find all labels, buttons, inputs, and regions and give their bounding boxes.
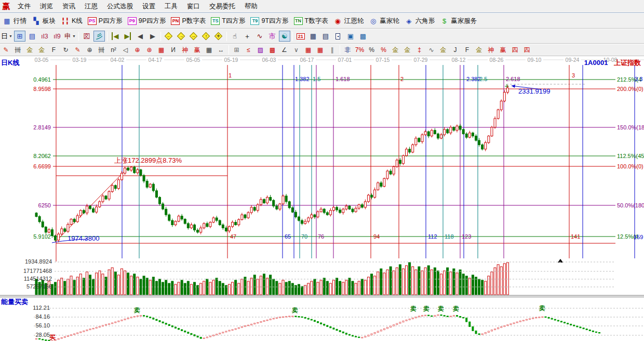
publish-button[interactable]: ▩: [357, 31, 369, 42]
angle-line-tool[interactable]: ∠: [279, 45, 290, 55]
pen-tool[interactable]: ✎: [1, 45, 11, 55]
shen-angle-tool[interactable]: 神: [486, 45, 497, 55]
period-day-button[interactable]: 日▼: [1, 31, 13, 42]
pattern-grid-button[interactable]: 図: [81, 31, 92, 42]
menu-item-8[interactable]: 交易委托: [205, 1, 240, 12]
gold-grid2-tool[interactable]: 金: [36, 45, 47, 55]
gold-circle-tool[interactable]: 金: [390, 45, 401, 55]
notebook-button[interactable]: ▤: [320, 31, 331, 42]
zoom-window-button[interactable]: ⊞: [14, 31, 25, 42]
menu-item-7[interactable]: 窗口: [182, 1, 205, 12]
brush2-tool[interactable]: ‡: [414, 45, 425, 55]
spiral-grid-tool[interactable]: ↻: [60, 45, 71, 55]
gold-grid-tool[interactable]: 金: [24, 45, 35, 55]
menu-item-3[interactable]: 江恩: [80, 1, 102, 12]
t-number-table-button[interactable]: TNT数字表: [291, 16, 331, 27]
gold-angle2-tool[interactable]: 金: [474, 45, 485, 55]
diamond-vertical-button[interactable]: ↕: [200, 31, 212, 42]
fan-box2-tool[interactable]: ▩: [267, 45, 278, 55]
f-angle-tool[interactable]: F: [462, 45, 473, 55]
ruler-123-tool[interactable]: ▦: [204, 45, 214, 55]
zigzag-tool[interactable]: ∨: [291, 45, 302, 55]
fan-red-tool[interactable]: ≤: [243, 45, 254, 55]
star-grid-tool[interactable]: ▦: [156, 45, 167, 55]
info-list-button[interactable]: ▤: [26, 31, 38, 42]
menu-item-5[interactable]: 设置: [138, 1, 160, 12]
si-angle2-tool[interactable]: 四: [521, 45, 532, 55]
n2-grid-tool[interactable]: n²: [108, 45, 119, 55]
p-number-table-button[interactable]: PNP数字表: [168, 16, 208, 27]
web-sync-button[interactable]: ▣: [345, 31, 356, 42]
gann-wheel-button[interactable]: ◉江恩轮: [331, 16, 367, 27]
fan-box-tool[interactable]: ▨: [255, 45, 266, 55]
diamond-left-button[interactable]: ←: [163, 31, 175, 42]
shen-grid-tool[interactable]: 神: [180, 45, 191, 55]
ying-grid-tool[interactable]: 赢: [192, 45, 203, 55]
j-angle-tool[interactable]: J: [450, 45, 461, 55]
brush-rule-tool[interactable]: ✎: [72, 45, 83, 55]
menu-item-4[interactable]: 公式选股: [102, 1, 138, 12]
measure-line-button[interactable]: ∿: [254, 31, 265, 42]
angle-flag-tool[interactable]: ◁: [120, 45, 131, 55]
go-first-button[interactable]: ◀: [110, 31, 121, 42]
tick-grid-tool[interactable]: 卌: [12, 45, 23, 55]
gold-angle-tool[interactable]: 金: [438, 45, 449, 55]
quotes-button[interactable]: ▦行情: [0, 16, 29, 27]
box-tool[interactable]: ⊞: [231, 45, 242, 55]
calendar-button[interactable]: 21: [295, 31, 306, 42]
menu-item-2[interactable]: 资讯: [58, 1, 80, 12]
winner-service-button[interactable]: $赢家服务: [437, 16, 479, 27]
span-tool[interactable]: ↔: [216, 45, 226, 55]
crosshair-button[interactable]: ＋: [242, 31, 253, 42]
wave-lines-tool[interactable]: ∿: [426, 45, 437, 55]
kline-icon: ╏╏: [61, 17, 70, 25]
tick2-tool[interactable]: 卌: [96, 45, 107, 55]
step-back-button[interactable]: ◀: [135, 31, 146, 42]
si-angle-tool[interactable]: 四: [509, 45, 520, 55]
hexagon-button[interactable]: ◈六角形: [402, 16, 438, 27]
grid-red2-tool[interactable]: ▦: [315, 45, 326, 55]
gua-tool[interactable]: 非: [342, 45, 353, 55]
pan-hand-button[interactable]: ☝: [229, 31, 240, 42]
kline-button[interactable]: ╏╏K线: [58, 16, 85, 27]
menu-item-1[interactable]: 浏览: [35, 1, 58, 12]
dropdown-arrow-icon: ▼: [9, 34, 12, 38]
parallel-tool[interactable]: ∥: [327, 45, 338, 55]
gold-lines-tool[interactable]: 金: [402, 45, 413, 55]
i-mark-tool[interactable]: И: [168, 45, 179, 55]
f-grid-tool[interactable]: F: [48, 45, 59, 55]
diamond-all-button[interactable]: ✛: [213, 31, 224, 42]
menu-item-6[interactable]: 工具: [160, 1, 182, 12]
crosshair-circle-tool[interactable]: ⊕: [132, 45, 143, 55]
winner-wheel-button[interactable]: ◎赢家轮: [366, 16, 402, 27]
star-tool[interactable]: ⊛: [144, 45, 155, 55]
diamond-horizontal-button[interactable]: ↔: [188, 31, 199, 42]
t-square-button[interactable]: TST四方形: [208, 16, 248, 27]
percent-tool[interactable]: %: [366, 45, 377, 55]
step-forward-button[interactable]: ▶: [147, 31, 158, 42]
mini-chart-9-button[interactable]: ıl9: [51, 31, 63, 42]
candle-style-button[interactable]: 申▼: [64, 31, 76, 42]
go-last-button[interactable]: ▶: [122, 31, 133, 42]
9p-square-button[interactable]: P99P四方形: [125, 16, 169, 27]
arrow-glyph: ↕: [205, 34, 207, 38]
calculator-button[interactable]: ▦: [307, 31, 319, 42]
menu-item-9[interactable]: 帮助: [240, 1, 262, 12]
chart-area[interactable]: 日K线 1A0001 上证指数 能量买卖 03-0503-1904-0204-1…: [0, 56, 644, 341]
9t-square-button[interactable]: T99T四方形: [248, 16, 291, 27]
mini-chart-3-button[interactable]: ıl3: [39, 31, 50, 42]
spiral-button[interactable]: ☯: [279, 31, 290, 42]
sectors-button[interactable]: ▚板块: [29, 16, 58, 27]
percent7-tool[interactable]: 7%: [354, 45, 365, 55]
ying-angle-tool[interactable]: 赢: [498, 45, 508, 55]
circle-grid-tool[interactable]: ⊕: [84, 45, 95, 55]
main-chart-canvas[interactable]: 03-0503-1904-0204-1705-0505-1906-0306-17…: [0, 56, 644, 341]
diamond-right-button[interactable]: →: [176, 31, 187, 42]
gann-shape-button[interactable]: 市: [266, 31, 278, 42]
p-square-button[interactable]: PSP四方形: [85, 16, 125, 27]
percent-lines-tool[interactable]: %: [378, 45, 389, 55]
menu-item-0[interactable]: 文件: [13, 1, 35, 12]
pattern-wave-button[interactable]: 彡: [93, 31, 105, 42]
save-button[interactable]: ▪: [332, 31, 344, 42]
grid-red-tool[interactable]: ▦: [303, 45, 314, 55]
